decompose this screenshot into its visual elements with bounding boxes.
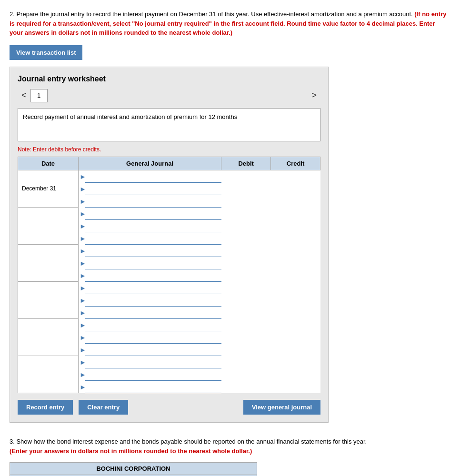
gj-input-2[interactable] bbox=[85, 208, 221, 220]
arrow-icon-d3: ► bbox=[79, 259, 85, 267]
arrow-icon-d1: ► bbox=[79, 185, 85, 193]
gj-input-1[interactable] bbox=[85, 170, 221, 183]
worksheet-title: Journal entry worksheet bbox=[18, 75, 320, 83]
gj-cell-6: ► bbox=[79, 356, 221, 368]
arrow-icon-c2: ► bbox=[79, 235, 85, 242]
debit-cell-2: ► bbox=[79, 220, 221, 232]
col-header-credit: Credit bbox=[271, 157, 320, 170]
view-general-journal-button[interactable]: View general journal bbox=[243, 400, 320, 415]
debit-cell-6: ► bbox=[79, 368, 221, 381]
table-row: ► ► ► bbox=[18, 319, 320, 356]
arrow-icon-c1: ► bbox=[79, 198, 85, 205]
credit-cell-1: ► bbox=[79, 195, 221, 208]
arrow-icon-c4: ► bbox=[79, 309, 85, 317]
arrow-icon-4: ► bbox=[79, 284, 85, 292]
arrow-icon-2: ► bbox=[79, 210, 85, 218]
gj-input-4[interactable] bbox=[85, 282, 221, 294]
date-cell-3 bbox=[18, 245, 79, 282]
gj-cell-2: ► bbox=[79, 208, 221, 220]
question2-normal-text: 2. Prepare the journal entry to record t… bbox=[10, 10, 414, 18]
arrow-icon-d4: ► bbox=[79, 297, 85, 304]
credit-input-1[interactable] bbox=[85, 195, 221, 208]
credit-input-6[interactable] bbox=[85, 381, 221, 393]
arrow-icon-c3: ► bbox=[79, 272, 85, 279]
financial-statements-table: BOCHINI CORPORATION Financial Statements… bbox=[10, 462, 257, 476]
financial-table-container: BOCHINI CORPORATION Financial Statements… bbox=[10, 462, 257, 476]
gj-cell-5: ► bbox=[79, 319, 221, 331]
credit-cell-5: ► bbox=[79, 344, 221, 356]
arrow-icon-d2: ► bbox=[79, 222, 85, 230]
gj-cell-1: ► bbox=[79, 170, 221, 183]
credit-cell-2: ► bbox=[79, 232, 221, 245]
date-cell-2 bbox=[18, 208, 79, 245]
credit-cell-6: ► bbox=[79, 381, 221, 393]
gj-input-5[interactable] bbox=[85, 319, 221, 331]
worksheet-note: Note: Enter debits before credits. bbox=[18, 146, 320, 153]
debit-cell-4: ► bbox=[79, 294, 221, 307]
arrow-icon-c6: ► bbox=[79, 383, 85, 391]
record-entry-button[interactable]: Record entry bbox=[18, 400, 73, 415]
question3-normal-text: 3. Show how the bond interest expense an… bbox=[10, 438, 367, 445]
arrow-icon-c5: ► bbox=[79, 346, 85, 354]
credit-cell-3: ► bbox=[79, 269, 221, 282]
credit-input-4[interactable] bbox=[85, 307, 221, 319]
debit-input-1[interactable] bbox=[85, 183, 221, 195]
table-row: December 31 ► ► ► bbox=[18, 170, 320, 208]
company-name-cell: BOCHINI CORPORATION bbox=[10, 463, 257, 475]
nav-left-arrow[interactable]: < bbox=[18, 90, 30, 100]
debit-cell-3: ► bbox=[79, 257, 221, 269]
date-cell-6 bbox=[18, 356, 79, 393]
debit-cell-1: ► bbox=[79, 183, 221, 195]
nav-right-arrow[interactable]: > bbox=[308, 90, 320, 100]
table-row: ► ► ► bbox=[18, 245, 320, 282]
debit-input-4[interactable] bbox=[85, 294, 221, 307]
view-transaction-button[interactable]: View transaction list bbox=[10, 45, 82, 60]
nav-number-box: 1 bbox=[30, 89, 48, 102]
debit-input-5[interactable] bbox=[85, 331, 221, 344]
gj-cell-4: ► bbox=[79, 282, 221, 294]
gj-cell-3: ► bbox=[79, 245, 221, 257]
company-name-row: BOCHINI CORPORATION bbox=[10, 463, 257, 475]
debit-cell-5: ► bbox=[79, 331, 221, 344]
arrow-icon-1: ► bbox=[79, 173, 85, 180]
gj-input-6[interactable] bbox=[85, 356, 221, 368]
gj-input-3[interactable] bbox=[85, 245, 221, 257]
date-cell-5 bbox=[18, 319, 79, 356]
table-row: ► ► ► bbox=[18, 208, 320, 245]
clear-entry-button[interactable]: Clear entry bbox=[79, 400, 128, 415]
date-cell-1: December 31 bbox=[18, 170, 79, 208]
nav-row: < 1 > bbox=[18, 89, 320, 102]
button-row: Record entry Clear entry View general jo… bbox=[18, 400, 320, 415]
date-cell-4 bbox=[18, 282, 79, 319]
credit-input-5[interactable] bbox=[85, 344, 221, 356]
worksheet-description: Record payment of annual interest and am… bbox=[18, 108, 320, 141]
credit-cell-4: ► bbox=[79, 307, 221, 319]
journal-table: Date General Journal Debit Credit Decemb… bbox=[18, 157, 320, 394]
col-header-gj: General Journal bbox=[79, 157, 221, 170]
col-header-debit: Debit bbox=[221, 157, 271, 170]
debit-input-6[interactable] bbox=[85, 368, 221, 381]
question3-text: 3. Show how the bond interest expense an… bbox=[10, 437, 448, 456]
col-header-date: Date bbox=[18, 157, 79, 170]
credit-input-3[interactable] bbox=[85, 269, 221, 282]
arrow-icon-6: ► bbox=[79, 358, 85, 366]
arrow-icon-d5: ► bbox=[79, 334, 85, 341]
arrow-icon-5: ► bbox=[79, 321, 85, 329]
question2-text: 2. Prepare the journal entry to record t… bbox=[10, 10, 448, 38]
arrow-icon-3: ► bbox=[79, 247, 85, 255]
debit-input-2[interactable] bbox=[85, 220, 221, 232]
journal-entry-worksheet: Journal entry worksheet < 1 > Record pay… bbox=[10, 67, 329, 423]
table-row: ► ► ► bbox=[18, 282, 320, 319]
debit-input-3[interactable] bbox=[85, 257, 221, 269]
question3-bold-red-text: (Enter your answers in dollars not in mi… bbox=[10, 447, 252, 455]
table-row: ► ► ► bbox=[18, 356, 320, 393]
credit-input-2[interactable] bbox=[85, 232, 221, 245]
arrow-icon-d6: ► bbox=[79, 371, 85, 378]
